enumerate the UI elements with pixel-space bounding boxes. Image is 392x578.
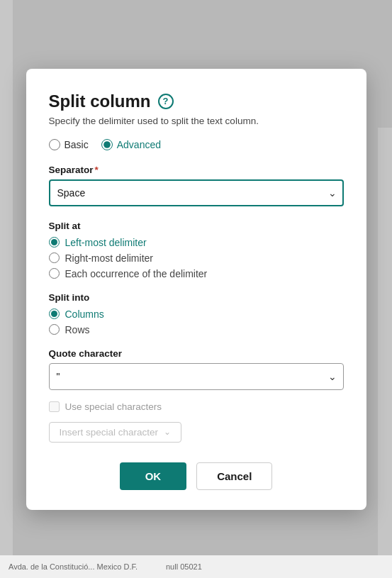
- split-at-each-label: Each occurrence of the delimiter: [65, 268, 208, 279]
- insert-special-char-button: Insert special character ⌄: [49, 422, 182, 443]
- split-at-leftmost-radio[interactable]: [49, 237, 60, 248]
- dialog-subtitle: Specify the delimiter used to split the …: [49, 116, 344, 126]
- split-at-label: Split at: [49, 221, 344, 231]
- mode-advanced-radio[interactable]: [101, 139, 113, 150]
- quote-char-label: Quote character: [49, 348, 344, 359]
- help-icon[interactable]: ?: [158, 94, 174, 109]
- split-column-dialog: Split column ? Specify the delimiter use…: [26, 69, 366, 510]
- split-at-each-radio[interactable]: [49, 268, 60, 279]
- mode-basic-radio[interactable]: [49, 139, 60, 150]
- insert-special-char-arrow-icon: ⌄: [164, 427, 171, 437]
- split-into-group: Columns Rows: [49, 309, 344, 335]
- separator-select-wrapper: Space Comma Tab Semicolon Colon Custom ⌄: [49, 179, 344, 206]
- use-special-chars-checkbox[interactable]: [49, 401, 60, 412]
- dialog-title: Split column: [49, 91, 151, 111]
- title-row: Split column ?: [49, 91, 344, 111]
- mode-selector: Basic Advanced: [49, 139, 344, 150]
- split-into-label: Split into: [49, 292, 344, 303]
- split-at-leftmost-label: Left-most delimiter: [65, 237, 147, 248]
- use-special-chars-row: Use special characters: [49, 401, 344, 412]
- split-at-rightmost-label: Right-most delimiter: [65, 252, 153, 264]
- status-bar: Avda. de la Constitució... Mexico D.F. n…: [0, 555, 392, 578]
- mode-basic-label: Basic: [65, 139, 89, 150]
- modal-overlay: Split column ? Specify the delimiter use…: [0, 0, 392, 578]
- split-into-columns-radio[interactable]: [49, 309, 60, 319]
- required-star: *: [95, 165, 99, 175]
- split-into-rows[interactable]: Rows: [49, 324, 344, 335]
- split-into-rows-radio[interactable]: [49, 324, 60, 335]
- ok-button[interactable]: OK: [120, 462, 187, 490]
- quote-char-select-wrapper: " ' None ⌄: [49, 363, 344, 390]
- split-at-rightmost[interactable]: Right-most delimiter: [49, 252, 344, 264]
- split-into-columns[interactable]: Columns: [49, 309, 344, 320]
- split-into-rows-label: Rows: [65, 324, 90, 335]
- mode-basic-option[interactable]: Basic: [49, 139, 89, 150]
- mode-advanced-option[interactable]: Advanced: [101, 139, 161, 150]
- dialog-footer: OK Cancel: [49, 462, 344, 490]
- insert-special-char-label: Insert special character: [60, 427, 159, 438]
- mode-advanced-label: Advanced: [117, 139, 161, 150]
- separator-label: Separator*: [49, 165, 344, 175]
- split-at-each[interactable]: Each occurrence of the delimiter: [49, 268, 344, 279]
- quote-char-select[interactable]: " ' None: [49, 363, 344, 390]
- split-at-group: Left-most delimiter Right-most delimiter…: [49, 237, 344, 279]
- status-bar-right: null 05021: [166, 562, 202, 571]
- separator-select[interactable]: Space Comma Tab Semicolon Colon Custom: [49, 179, 344, 206]
- split-at-leftmost[interactable]: Left-most delimiter: [49, 237, 344, 248]
- split-at-rightmost-radio[interactable]: [49, 252, 60, 263]
- use-special-chars-label: Use special characters: [65, 401, 162, 412]
- cancel-button[interactable]: Cancel: [196, 462, 272, 490]
- status-bar-left: Avda. de la Constitució... Mexico D.F.: [9, 562, 138, 571]
- split-into-columns-label: Columns: [65, 309, 104, 320]
